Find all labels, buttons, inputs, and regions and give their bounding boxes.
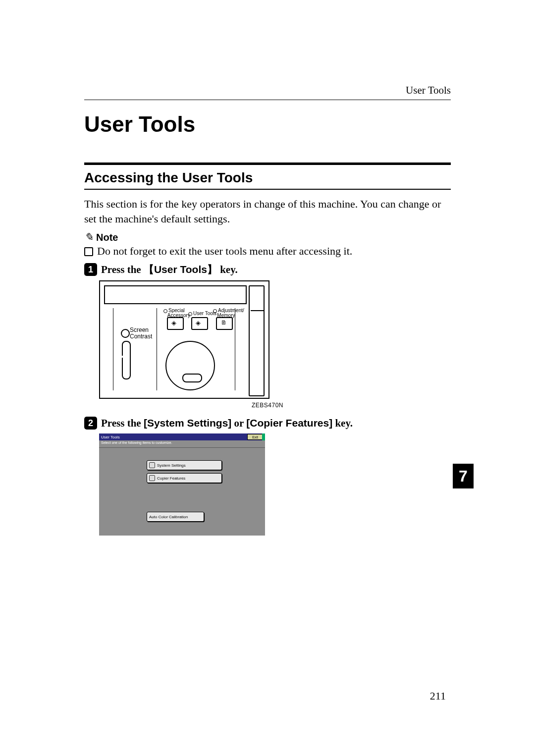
step-2-post: key. xyxy=(332,417,353,429)
diamond-icon xyxy=(194,320,205,327)
settings-icon xyxy=(149,462,155,468)
step-1: 1 Press the 【User Tools】 key. xyxy=(84,263,451,276)
contrast-slider-gap xyxy=(122,356,129,358)
screenshot-title: User Tools xyxy=(101,435,120,439)
special-accessory-button xyxy=(167,317,184,330)
system-settings-button[interactable]: System Settings xyxy=(147,460,222,470)
step-2-key1-label: System Settings xyxy=(147,417,228,429)
step-2-key2-label: Copier Features xyxy=(250,417,329,429)
copier-features-button[interactable]: Copier Features xyxy=(147,473,222,483)
led-icon xyxy=(188,312,192,316)
step-2-marker: 2 xyxy=(84,417,97,430)
user-tools-button xyxy=(191,317,208,330)
auto-color-calibration-button[interactable]: Auto Color Calibration xyxy=(147,512,204,522)
diamond-icon xyxy=(170,320,181,327)
note-heading: ✎ Note xyxy=(84,231,451,244)
panel-divider-2 xyxy=(157,308,157,390)
user-tools-screenshot: User Tools Exit Select one of the follow… xyxy=(99,433,265,536)
led-icon xyxy=(213,309,217,313)
note-text: Do not forget to exit the user tools men… xyxy=(97,245,352,258)
step-1-marker: 1 xyxy=(84,263,97,276)
step-1-keycap-label: User Tools xyxy=(154,264,207,275)
step-2: 2 Press the [System Settings] or [Copier… xyxy=(84,417,451,430)
section-divider-bottom xyxy=(84,189,451,190)
led-icon xyxy=(163,309,167,313)
running-header: User Tools xyxy=(84,84,451,97)
note-bullet: Do not forget to exit the user tools men… xyxy=(84,245,451,258)
panel-side-block xyxy=(249,285,265,396)
page-title: User Tools xyxy=(84,112,451,137)
dial-icon xyxy=(165,341,215,390)
step-2-pre: Press the xyxy=(101,417,144,429)
step-1-pre: Press the xyxy=(101,264,144,275)
user-tools-label: User Tools xyxy=(188,311,216,316)
auto-color-label: Auto Color Calibration xyxy=(149,515,188,519)
step-2-text: Press the [System Settings] or [Copier F… xyxy=(101,417,353,430)
corner-accent xyxy=(262,433,265,440)
diagram-tag: ZEBS470N xyxy=(99,402,283,409)
adjustment-memory-label: Adjustment/ Memory xyxy=(213,308,244,318)
note-icon: ✎ xyxy=(84,231,93,244)
panel-divider-3 xyxy=(235,308,235,390)
contrast-label: Screen Contrast xyxy=(130,327,152,339)
step-2-mid: or xyxy=(231,417,246,429)
bullet-icon xyxy=(84,247,93,256)
contrast-icon xyxy=(121,329,130,338)
adjustment-memory-button xyxy=(216,317,233,330)
screenshot-titlebar: User Tools Exit xyxy=(99,433,265,440)
screenshot-instruction: Select one of the following items to cus… xyxy=(99,440,265,448)
special-accessory-label: Special Accessory xyxy=(163,308,190,318)
note-label: Note xyxy=(96,232,118,243)
step-2-key1-open: [ xyxy=(144,417,147,429)
intro-paragraph: This section is for the key operators in… xyxy=(84,197,451,226)
chapter-tab: 7 xyxy=(453,464,474,488)
copier-features-label: Copier Features xyxy=(157,476,185,481)
page-number: 211 xyxy=(430,690,446,702)
step-1-post: key. xyxy=(217,264,238,275)
small-button-icon xyxy=(182,374,202,382)
section-divider-top xyxy=(84,162,451,165)
step-1-keycap-open: 【 xyxy=(144,264,154,275)
system-settings-label: System Settings xyxy=(157,463,186,468)
copier-icon xyxy=(149,475,155,481)
section-heading: Accessing the User Tools xyxy=(84,170,451,186)
control-panel-diagram: Screen Contrast Special Accessory User T… xyxy=(99,280,269,399)
step-1-text: Press the 【User Tools】 key. xyxy=(101,263,238,276)
panel-side-line xyxy=(251,310,265,311)
header-divider xyxy=(84,100,451,100)
panel-divider-1 xyxy=(113,308,113,390)
panel-screen xyxy=(104,285,247,304)
contrast-text: Contrast xyxy=(130,333,152,340)
page: User Tools User Tools Accessing the User… xyxy=(0,0,535,756)
step-1-keycap-close: 】 xyxy=(207,264,217,275)
contrast-slider xyxy=(122,341,131,379)
page-icon xyxy=(219,320,230,327)
exit-button[interactable]: Exit xyxy=(247,434,263,440)
